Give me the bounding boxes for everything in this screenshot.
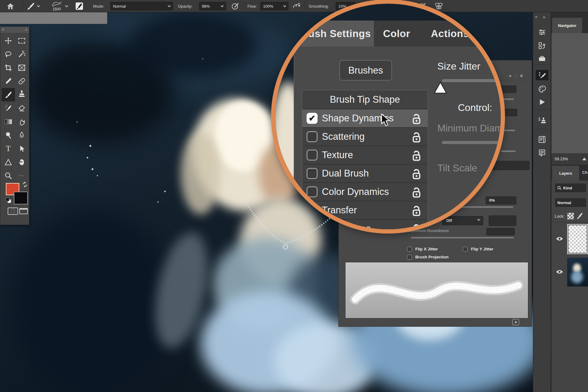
brush-setting-item[interactable]: Scattering bbox=[302, 128, 428, 146]
layer-row-2[interactable] bbox=[552, 256, 588, 288]
info-panel-icon[interactable] bbox=[536, 134, 548, 145]
mode-select[interactable]: Normal bbox=[110, 2, 173, 10]
tab-layers[interactable]: Layers bbox=[552, 166, 579, 181]
checkbox-icon[interactable] bbox=[307, 168, 318, 179]
pressure-opacity-icon[interactable] bbox=[231, 0, 239, 12]
brush-preset-picker[interactable]: 1500 bbox=[51, 0, 62, 12]
libraries-panel-icon[interactable] bbox=[536, 53, 548, 64]
layer-thumbnail-empty[interactable] bbox=[567, 224, 588, 254]
navigator-preview bbox=[552, 33, 588, 153]
brush-setting-item[interactable]: ✔Shape Dynamics bbox=[302, 109, 428, 128]
brush-setting-item[interactable]: Dual Brush bbox=[302, 165, 428, 183]
gradient-tool[interactable] bbox=[2, 116, 14, 128]
hand-tool[interactable] bbox=[16, 156, 28, 168]
tab-channels-partial[interactable]: Ch bbox=[582, 170, 587, 175]
collapse-panel-icon[interactable]: « bbox=[25, 28, 27, 31]
slider-handle-icon[interactable] bbox=[433, 81, 448, 94]
lock-pixels-brush-icon[interactable] bbox=[577, 212, 583, 220]
crop-tool[interactable] bbox=[2, 62, 14, 74]
close-icon[interactable]: × bbox=[2, 28, 4, 31]
more-tools-icon[interactable]: ··· bbox=[16, 169, 28, 182]
eyedropper-tool[interactable] bbox=[2, 75, 14, 87]
setting-lock-button[interactable] bbox=[411, 131, 422, 143]
actions-panel-icon[interactable] bbox=[536, 97, 548, 107]
brush-setting-item[interactable]: Color Dynamics bbox=[302, 183, 428, 201]
navigator-zoom-value[interactable]: 59.23% bbox=[555, 157, 568, 161]
home-button[interactable] bbox=[7, 0, 14, 12]
setting-lock-button[interactable] bbox=[411, 168, 422, 179]
move-tool[interactable] bbox=[2, 35, 14, 47]
brush-tool[interactable] bbox=[2, 88, 15, 101]
panel-menu-icon[interactable]: ≡ bbox=[520, 73, 523, 78]
brushes-button[interactable]: Brushes bbox=[339, 60, 392, 81]
tab-color[interactable]: Color bbox=[374, 21, 419, 47]
layer-thumbnail-image[interactable] bbox=[567, 258, 588, 287]
opacity-input[interactable]: 98% bbox=[199, 2, 226, 10]
checkbox-checked-icon[interactable]: ✔ bbox=[307, 113, 318, 124]
history-brush-tool[interactable] bbox=[2, 102, 14, 114]
angle-jitter-value-box[interactable]: 0% bbox=[486, 196, 516, 204]
adjustments-panel-icon[interactable] bbox=[536, 27, 548, 37]
healing-brush-tool[interactable] bbox=[16, 75, 28, 87]
screen-mode-icon[interactable] bbox=[19, 208, 28, 214]
value-box[interactable] bbox=[489, 215, 516, 226]
color-panel-icon[interactable] bbox=[536, 84, 548, 94]
frame-tool[interactable] bbox=[16, 62, 28, 74]
tab-navigator[interactable]: Navigator bbox=[552, 18, 582, 33]
quick-mask-icon[interactable] bbox=[8, 207, 18, 215]
pen-tool[interactable] bbox=[16, 129, 28, 141]
value-box[interactable] bbox=[486, 228, 515, 235]
setting-lock-button[interactable] bbox=[411, 187, 422, 198]
brush-settings-panel-icon[interactable] bbox=[536, 70, 548, 80]
lock-transparency-icon[interactable] bbox=[567, 213, 574, 219]
layers-panel: Kind Normal Lock: bbox=[552, 181, 588, 392]
default-colors-icon[interactable] bbox=[5, 197, 12, 204]
setting-lock-button[interactable] bbox=[411, 113, 422, 124]
type-tool[interactable]: T bbox=[2, 143, 14, 155]
setting-lock-button[interactable] bbox=[411, 205, 422, 216]
smudge-tool[interactable] bbox=[16, 116, 28, 128]
lock-label: Lock: bbox=[555, 214, 564, 219]
layer-row-1[interactable] bbox=[552, 223, 588, 255]
history-panel-icon[interactable] bbox=[536, 40, 548, 51]
zoom-in-mountain-icon[interactable] bbox=[582, 157, 587, 161]
brush-tip-shape-item[interactable]: Brush Tip Shape bbox=[302, 90, 428, 109]
lasso-tool[interactable] bbox=[2, 48, 14, 60]
clone-stamp-tool[interactable] bbox=[16, 88, 28, 100]
swap-colors-icon[interactable] bbox=[22, 182, 28, 188]
flow-input[interactable]: 100% bbox=[260, 2, 288, 10]
close-icon[interactable]: × bbox=[535, 15, 537, 19]
setting-lock-button[interactable] bbox=[411, 150, 422, 161]
chevron-down-icon[interactable] bbox=[66, 0, 68, 12]
size-jitter-slider[interactable] bbox=[442, 79, 503, 82]
dodge-tool[interactable] bbox=[2, 129, 14, 141]
expand-panels-icon[interactable]: » bbox=[543, 15, 545, 19]
panel-collapse-icon[interactable]: » bbox=[509, 73, 511, 78]
eraser-tool[interactable] bbox=[16, 102, 28, 114]
marquee-tool[interactable] bbox=[16, 35, 28, 47]
direct-selection-tool[interactable] bbox=[16, 143, 28, 155]
control-dropdown[interactable]: Off bbox=[442, 216, 483, 225]
minimum-diameter-slider[interactable] bbox=[442, 141, 503, 144]
layer-visibility-icon[interactable] bbox=[556, 236, 563, 241]
new-brush-button[interactable]: + bbox=[512, 319, 519, 325]
airbrush-icon[interactable] bbox=[292, 0, 301, 12]
layer-filter-search[interactable]: Kind bbox=[555, 183, 586, 193]
checkbox-icon[interactable] bbox=[307, 150, 318, 161]
brush-setting-item[interactable]: Texture bbox=[302, 146, 428, 165]
shape-tool[interactable] bbox=[2, 156, 14, 168]
brush-projection-checkbox[interactable] bbox=[407, 255, 412, 260]
flip-x-checkbox[interactable] bbox=[407, 247, 412, 252]
magic-wand-tool[interactable] bbox=[16, 48, 28, 60]
blend-mode-select[interactable]: Normal bbox=[555, 198, 586, 207]
brush-tool-indicator[interactable] bbox=[26, 0, 40, 12]
layer-visibility-icon[interactable] bbox=[556, 269, 563, 274]
checkbox-icon[interactable] bbox=[307, 131, 318, 142]
notes-panel-icon[interactable] bbox=[536, 148, 548, 158]
background-color-swatch[interactable] bbox=[14, 192, 28, 204]
zoom-tool[interactable] bbox=[2, 169, 14, 182]
checkbox-icon[interactable] bbox=[307, 186, 318, 197]
flip-y-checkbox[interactable] bbox=[463, 247, 468, 252]
clone-source-panel-icon[interactable] bbox=[536, 115, 548, 126]
toggle-brush-panel-button[interactable] bbox=[75, 0, 83, 12]
